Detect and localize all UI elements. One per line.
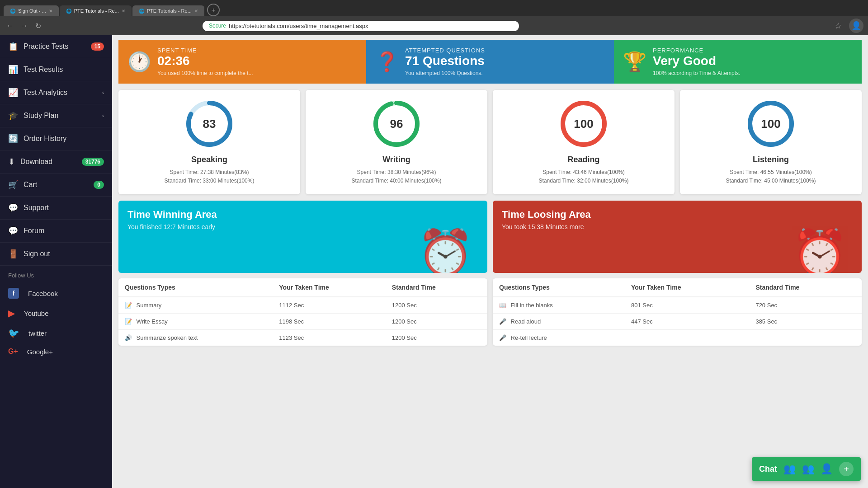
sidebar-item-label: Forum: [24, 227, 44, 235]
forward-button[interactable]: →: [19, 20, 30, 32]
sidebar-item-forum[interactable]: 💬 Forum: [0, 220, 112, 243]
practice-tests-icon: 📋: [8, 42, 18, 52]
reload-button[interactable]: ↻: [33, 20, 43, 32]
new-tab-button[interactable]: +: [207, 4, 220, 16]
sidebar-item-label: Cart: [24, 181, 37, 189]
facebook-label: Facebook: [28, 290, 58, 297]
sidebar-item-practice-tests[interactable]: 📋 Practice Tests 15: [0, 35, 112, 58]
analytics-chevron: ‹: [102, 89, 104, 96]
sidebar-item-label: Practice Tests: [24, 42, 68, 51]
sidebar-youtube[interactable]: ▶ Youtube: [0, 303, 112, 323]
cart-badge: 0: [94, 181, 104, 189]
url-box[interactable]: Secure https://ptetutorials.com/users/ti…: [203, 21, 519, 31]
attempted-label: ATTEMPTED QUESTIONS: [405, 47, 485, 54]
sidebar-item-order-history[interactable]: 🔄 Order History: [0, 127, 112, 150]
spent-time-value: 02:36: [157, 54, 253, 68]
chat-label: Chat: [759, 465, 777, 474]
sidebar-item-label: Download: [20, 158, 52, 166]
table-row: 📖 Fill in the blanks 801 Sec 720 Sec: [493, 297, 862, 314]
practice-tests-badge: 15: [91, 42, 104, 51]
sidebar-item-label: Support: [24, 204, 49, 212]
stat-card-performance: 🏆 PERFORMANCE Very Good 100% according t…: [614, 40, 862, 84]
sidebar-facebook[interactable]: f Facebook: [0, 283, 112, 303]
test-analytics-icon: 📈: [8, 88, 18, 98]
sidebar-item-sign-out[interactable]: 🚪 Sign out: [0, 243, 112, 266]
losing-table-panel: Questions Types Your Taken Time Standard…: [493, 278, 862, 346]
reading-label: Reading: [499, 155, 668, 164]
losing-col-standard: Standard Time: [749, 278, 862, 297]
browser-tab-2[interactable]: 🌐 PTE Tutorials - Re... ✕: [60, 5, 132, 16]
trophy-icon: 🏆: [623, 51, 646, 73]
losing-col-type: Questions Types: [493, 278, 625, 297]
study-plan-chevron: ‹: [102, 113, 104, 119]
winning-title: Time Winning Area: [127, 209, 478, 221]
performance-label: PERFORMANCE: [653, 47, 740, 54]
time-winning-panel: Time Winning Area You finished 12:7 Minu…: [118, 201, 487, 273]
speaking-time-info: Spent Time: 27:38 Minutes(83%) Standard …: [125, 168, 294, 185]
sidebar-item-label: Study Plan: [24, 112, 58, 120]
writing-score: 96: [390, 117, 403, 131]
support-icon: 💬: [8, 203, 18, 213]
order-history-icon: 🔄: [8, 134, 18, 144]
googleplus-label: Google+: [27, 348, 53, 356]
winning-col-type: Questions Types: [118, 278, 273, 297]
reading-score: 100: [574, 117, 593, 131]
download-icon: ⬇: [8, 157, 15, 167]
time-panels: Time Winning Area You finished 12:7 Minu…: [118, 201, 862, 273]
performance-value: Very Good: [653, 54, 740, 68]
score-card-reading: 100 Reading Spent Time: 43:46 Minutes(10…: [493, 90, 675, 194]
test-results-icon: 📊: [8, 65, 18, 75]
browser-tab-1[interactable]: 🌐 Sign Out - ... ✕: [4, 5, 59, 16]
profile-icon[interactable]: 👤: [849, 19, 863, 33]
secure-label: Secure: [209, 23, 226, 29]
bookmark-icon[interactable]: ☆: [835, 21, 842, 31]
cart-icon: 🛒: [8, 180, 18, 190]
sidebar-item-label: Test Results: [24, 66, 63, 74]
forum-icon: 💬: [8, 226, 18, 236]
tables-row: Questions Types Your Taken Time Standard…: [118, 278, 862, 346]
table-row: 🔊 Summarize spoken text 1123 Sec 1200 Se…: [118, 330, 487, 346]
score-card-listening: 100 Listening Spent Time: 46:55 Minutes(…: [680, 90, 862, 194]
winning-clock-icon: ⏰: [417, 226, 474, 273]
table-row: 🎤 Read aloud 447 Sec 385 Sec: [493, 314, 862, 330]
losing-title: Time Loosing Area: [502, 209, 853, 221]
sidebar-twitter[interactable]: 🐦 twitter: [0, 323, 112, 343]
sidebar-item-label: Sign out: [24, 250, 50, 258]
googleplus-icon: G+: [8, 347, 18, 356]
back-button[interactable]: ←: [5, 20, 15, 32]
speaking-score: 83: [203, 117, 216, 131]
main-content: 🕐 SPENT TIME 02:36 You used 100% time to…: [112, 35, 868, 488]
sidebar-item-label: Order History: [24, 135, 66, 143]
listening-time-info: Spent Time: 46:55 Minutes(100%) Standard…: [686, 168, 855, 185]
sidebar: 📋 Practice Tests 15 📊 Test Results 📈 Tes…: [0, 35, 112, 488]
score-section: 83 Speaking Spent Time: 27:38 Minutes(83…: [118, 90, 862, 194]
sidebar-item-support[interactable]: 💬 Support: [0, 197, 112, 220]
browser-tab-3[interactable]: 🌐 PTE Tutorials - Re... ✕: [132, 5, 204, 16]
sidebar-item-download[interactable]: ⬇ Download 31776: [0, 150, 112, 174]
chat-users-icon: 👥: [783, 463, 796, 475]
twitter-label: twitter: [28, 329, 47, 337]
sidebar-item-test-analytics[interactable]: 📈 Test Analytics ‹: [0, 81, 112, 104]
sidebar-googleplus[interactable]: G+ Google+: [0, 343, 112, 360]
question-icon: ❓: [375, 51, 399, 73]
sidebar-item-test-results[interactable]: 📊 Test Results: [0, 58, 112, 81]
score-card-speaking: 83 Speaking Spent Time: 27:38 Minutes(83…: [118, 90, 300, 194]
download-badge: 31776: [82, 158, 104, 166]
twitter-icon: 🐦: [8, 328, 19, 338]
tab-bar: 🌐 Sign Out - ... ✕ 🌐 PTE Tutorials - Re.…: [0, 0, 868, 16]
sidebar-item-study-plan[interactable]: 🎓 Study Plan ‹: [0, 104, 112, 127]
top-stats-row: 🕐 SPENT TIME 02:36 You used 100% time to…: [118, 40, 862, 84]
winning-table-panel: Questions Types Your Taken Time Standard…: [118, 278, 487, 346]
table-row: 📝 Summary 1112 Sec 1200 Sec: [118, 297, 487, 314]
sign-out-icon: 🚪: [8, 249, 18, 259]
sidebar-item-cart[interactable]: 🛒 Cart 0: [0, 174, 112, 197]
reading-time-info: Spent Time: 43:46 Minutes(100%) Standard…: [499, 168, 668, 185]
winning-col-standard: Standard Time: [386, 278, 487, 297]
performance-sub: 100% according to Time & Attempts.: [653, 70, 740, 76]
winning-col-taken: Your Taken Time: [273, 278, 385, 297]
sidebar-item-label: Test Analytics: [24, 89, 67, 97]
chat-plus-icon[interactable]: +: [839, 462, 854, 476]
browser-chrome: 🌐 Sign Out - ... ✕ 🌐 PTE Tutorials - Re.…: [0, 0, 868, 35]
stat-card-spent-time: 🕐 SPENT TIME 02:36 You used 100% time to…: [118, 40, 366, 84]
chat-bar[interactable]: Chat 👥 👥 👤 +: [752, 457, 861, 481]
